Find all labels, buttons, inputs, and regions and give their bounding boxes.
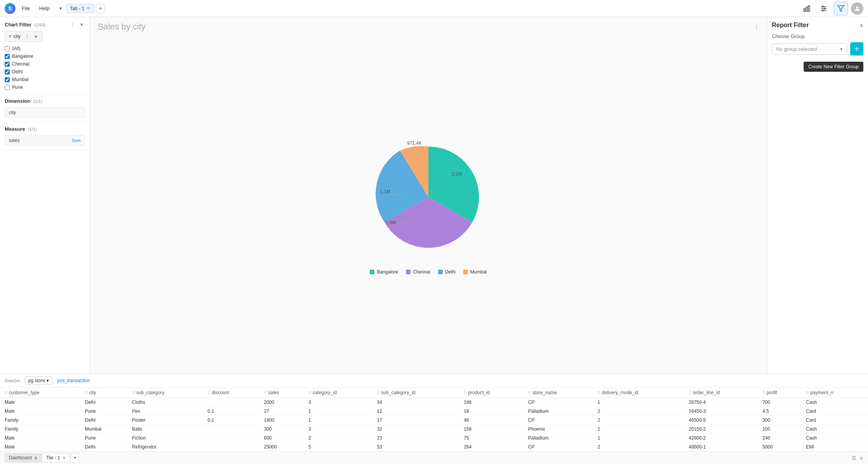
cell-r3-c8: Phoenix — [523, 425, 593, 434]
data-table-wrapper: ⠿customer_type ⠿city ⠿sub_category ⠿disc… — [0, 388, 868, 451]
tile-add-button[interactable]: + — [70, 453, 80, 462]
cell-r1-c0: Male — [0, 407, 80, 416]
group-dropdown[interactable]: No group selected ▾ — [772, 43, 847, 55]
checkbox-pune[interactable]: Pune — [5, 85, 85, 90]
tile-1-tab[interactable]: Tile - 1 ✕ — [42, 453, 70, 462]
cell-r2-c12: Card — [801, 416, 868, 425]
chart-area: 2.2M 1.9M 1.1M 971.4K Bangalore — [90, 32, 767, 374]
cell-r0-c3 — [203, 398, 259, 407]
settings-icon-btn[interactable] — [817, 2, 831, 16]
cell-r2-c5: 1 — [304, 416, 373, 425]
checkbox-all[interactable]: (All) — [5, 46, 85, 51]
cell-r1-c10: 16450-3 — [684, 407, 758, 416]
chart-more-btn[interactable]: ⋮ — [754, 24, 759, 30]
tab-add-button[interactable]: + — [96, 4, 105, 13]
tab-dropdown-arrow[interactable]: ▾ — [57, 5, 64, 12]
table-name[interactable]: pos_transaction — [57, 378, 90, 383]
table-body: MaleDelhiCloths2000334186CP128750-4700Ca… — [0, 398, 868, 452]
chart-icon-btn[interactable] — [800, 2, 814, 16]
measure-field: sales — [9, 138, 20, 143]
table-head: ⠿customer_type ⠿city ⠿sub_category ⠿disc… — [0, 388, 868, 398]
checkbox-all-input[interactable] — [5, 46, 10, 51]
checkbox-chennai-input[interactable] — [5, 62, 10, 67]
cell-r1-c12: Card — [801, 407, 868, 416]
chart-filter-actions: ⋮ ▾ — [69, 21, 85, 28]
tile-1-close[interactable]: ✕ — [62, 455, 66, 461]
bottom-collapse-icon[interactable]: ∨ — [859, 455, 863, 461]
cell-r3-c3 — [203, 425, 259, 434]
dashboard-label: Dashboard — [9, 455, 32, 461]
chart-filter-more[interactable]: ⋮ — [69, 21, 76, 28]
col-payment: ⠿payment_n — [801, 388, 868, 398]
user-avatar[interactable] — [851, 2, 863, 15]
chart-filter-header: Chart Filter (1/64) ⋮ ▾ — [5, 21, 85, 28]
checkbox-pune-input[interactable] — [5, 85, 10, 90]
col-profit: ⠿profit — [758, 388, 801, 398]
checkbox-mumbai-label: Mumbai — [12, 77, 29, 82]
cell-r2-c2: Poster — [128, 416, 203, 425]
tab-1-close[interactable]: ✕ — [86, 6, 90, 11]
cell-r1-c1: Pune — [80, 407, 127, 416]
checkbox-delhi[interactable]: Delhi — [5, 69, 85, 74]
bottom-menu-icon[interactable]: ☰ — [852, 455, 856, 461]
top-bar: S File Help ▾ Tab - 1 ✕ + — [0, 0, 868, 17]
filter-chip-city[interactable]: ✕ city ⋮ ▾ — [5, 31, 43, 42]
cell-r3-c1: Mumbai — [80, 425, 127, 434]
cell-r4-c4: 600 — [259, 434, 304, 443]
menu-help[interactable]: Help — [36, 4, 53, 13]
col-city: ⠿city — [80, 388, 127, 398]
table-row: FamilyMumbaiBalls300332158Phoenix120150-… — [0, 425, 868, 434]
cell-r4-c12: Cash — [801, 434, 868, 443]
tab-1[interactable]: Tab - 1 ✕ — [66, 4, 95, 13]
cell-r5-c10: 48600-1 — [684, 443, 758, 452]
svg-marker-9 — [838, 5, 844, 11]
checkbox-delhi-label: Delhi — [12, 69, 22, 74]
checkbox-bangalore-input[interactable] — [5, 54, 10, 59]
menu-file[interactable]: File — [19, 4, 33, 13]
cell-r5-c9: 2 — [593, 443, 684, 452]
cell-r0-c4: 2000 — [259, 398, 304, 407]
col-sales: ⠿sales — [259, 388, 304, 398]
dataset-select[interactable]: pg store ▾ — [25, 376, 52, 385]
filter-chip-label: city — [14, 34, 21, 39]
table-row: MalePuneFiction60022375Palladium142600-2… — [0, 434, 868, 443]
filter-icon-btn[interactable] — [834, 2, 848, 16]
col-sub-category: ⠿sub_category — [128, 388, 203, 398]
dimension-header: Dimension (1/1) — [5, 98, 85, 104]
cell-r1-c11: 4.5 — [758, 407, 801, 416]
cell-r5-c0: Male — [0, 443, 80, 452]
create-filter-tooltip[interactable]: Create New Filter Group — [804, 62, 863, 72]
cell-r5-c8: CP — [523, 443, 593, 452]
checkbox-mumbai[interactable]: Mumbai — [5, 77, 85, 82]
col-store-name: ⠿store_name — [523, 388, 593, 398]
svg-point-10 — [856, 6, 858, 9]
table-row: FamilyDelhiPoster0.1180011746CP246500-53… — [0, 416, 868, 425]
svg-rect-0 — [804, 9, 805, 12]
svg-rect-1 — [806, 7, 807, 11]
chart-filter-title: Chart Filter (1/64) — [5, 22, 46, 28]
cell-r0-c9: 1 — [593, 398, 684, 407]
cell-r4-c8: Palladium — [523, 434, 593, 443]
report-filter-collapse[interactable]: ∧ — [859, 23, 863, 28]
chart-filter-collapse[interactable]: ▾ — [78, 21, 85, 28]
checkbox-mumbai-input[interactable] — [5, 77, 10, 82]
cell-r4-c9: 1 — [593, 434, 684, 443]
dashboard-tab[interactable]: Dashboard ∧ — [5, 453, 42, 462]
checkbox-delhi-input[interactable] — [5, 69, 10, 74]
checkbox-bangalore[interactable]: Bangalore — [5, 54, 85, 59]
bar-chart-icon — [803, 5, 811, 12]
cell-r5-c6: 53 — [372, 443, 459, 452]
measure-title: Measure (1/1) — [5, 126, 37, 132]
label-chennai: 1.9M — [386, 220, 396, 225]
checkbox-chennai[interactable]: Chennai — [5, 61, 85, 67]
filter-chip-more[interactable]: ⋮ — [24, 33, 31, 40]
cell-r5-c11: 5000 — [758, 443, 801, 452]
legend-mumbai: Mumbai — [463, 269, 487, 275]
measure-aggregation: Sum — [72, 138, 81, 143]
cell-r2-c11: 300 — [758, 416, 801, 425]
filter-chip-expand[interactable]: ▾ — [32, 33, 39, 40]
add-group-button[interactable]: + — [850, 42, 863, 55]
cell-r2-c3: 0.1 — [203, 416, 259, 425]
dimension-title: Dimension (1/1) — [5, 98, 42, 104]
filter-chip-remove[interactable]: ✕ — [8, 34, 12, 39]
